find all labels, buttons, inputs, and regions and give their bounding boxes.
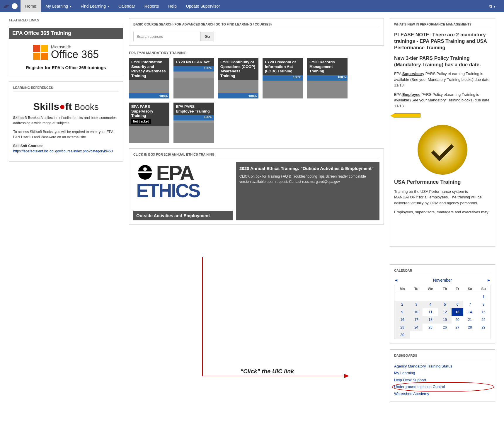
- calendar-day[interactable]: 30: [394, 331, 410, 339]
- bird-icon: [3, 3, 10, 9]
- calendar-day[interactable]: 3: [410, 301, 423, 308]
- calendar-day[interactable]: 6: [452, 301, 464, 308]
- calendar-day: [423, 331, 438, 339]
- whats-new-panel: WHAT'S NEW IN PERFORMANCE MANAGEMENT? PL…: [390, 18, 495, 247]
- calendar-day[interactable]: 17: [410, 316, 423, 324]
- calendar-day[interactable]: 26: [438, 324, 452, 331]
- nav-help[interactable]: Help: [164, 0, 181, 12]
- progress-percent: 100%: [338, 75, 346, 79]
- calendar-day[interactable]: 9: [394, 308, 410, 316]
- office365-card[interactable]: EPA Office 365 Training Microsoft® Offic…: [9, 28, 123, 76]
- epa-icon: [136, 165, 154, 183]
- calendar-day: [423, 293, 438, 301]
- calendar-day: [452, 293, 464, 301]
- calendar-prev[interactable]: ◄: [394, 278, 398, 283]
- tile-title: FY20 No FEAR Act: [173, 58, 214, 66]
- learning-references: LEARNING REFERENCES Skills●ftBooks Skill…: [9, 81, 123, 162]
- calendar-day: [438, 293, 452, 301]
- calendar-day[interactable]: 12: [438, 308, 452, 316]
- training-tile[interactable]: FY20 Records Management Training100%: [307, 58, 348, 98]
- callout-line-v: [202, 257, 203, 376]
- calendar-month: November: [433, 278, 452, 283]
- ethics-panel: CLICK IN BOX FOR 2020 ANNUAL ETHICS TRAI…: [129, 148, 384, 225]
- calendar-day[interactable]: 10: [410, 308, 423, 316]
- training-tile[interactable]: EPA PARS Employee Training100%: [173, 103, 214, 143]
- calendar-day: [410, 293, 423, 301]
- progress-percent: 100%: [248, 94, 257, 98]
- calendar-day[interactable]: 15: [476, 308, 491, 316]
- nav-my-learning[interactable]: My Learning▾: [41, 0, 76, 12]
- calendar-day: [476, 331, 491, 339]
- calendar-day: [438, 331, 452, 339]
- calendar-next[interactable]: ►: [487, 278, 491, 283]
- skillsoft-courses-link[interactable]: https://epafedtalent.ibc.doi.gov/course/…: [13, 149, 113, 153]
- calendar-day[interactable]: 8: [476, 301, 491, 308]
- course-search-panel: BASIC COURSE SEARCH (FOR ADVANCED SEARCH…: [129, 18, 384, 46]
- training-tile[interactable]: FY20 No FEAR Act100%: [173, 58, 214, 98]
- nav-update-supervisor[interactable]: Update Supervisor: [181, 0, 225, 12]
- calendar-day[interactable]: 27: [452, 324, 464, 331]
- ethics-description: 2020 Annual Ethics Training: "Outside Ac…: [236, 162, 379, 220]
- arrow-left-icon: [394, 113, 420, 118]
- nav-calendar[interactable]: Calendar: [114, 0, 140, 12]
- calendar-day[interactable]: 14: [463, 308, 476, 316]
- callout-line-h: [202, 376, 344, 376]
- calendar-day[interactable]: 5: [438, 301, 452, 308]
- calendar-day[interactable]: 21: [463, 316, 476, 324]
- calendar-day[interactable]: 11: [423, 308, 438, 316]
- calendar-day: [463, 331, 476, 339]
- training-tile[interactable]: FY20 Information Security and Privacy Aw…: [129, 58, 169, 98]
- office-icon: [33, 45, 48, 60]
- featured-title: FEATURED LINKS: [9, 18, 123, 22]
- dashboard-link[interactable]: My Learning: [394, 370, 491, 376]
- search-input[interactable]: [133, 32, 201, 41]
- calendar-day[interactable]: 13: [452, 308, 464, 316]
- progress-percent: 100%: [204, 115, 212, 119]
- training-tile[interactable]: FY20 Freedom of Information Act (FOIA) T…: [263, 58, 303, 98]
- chevron-down-icon: ▾: [70, 5, 71, 8]
- calendar-day[interactable]: 16: [394, 316, 410, 324]
- tile-title: FY20 Records Management Training: [307, 58, 348, 75]
- nav-reports[interactable]: Reports: [140, 0, 164, 12]
- calendar-day: [394, 293, 410, 301]
- nav-home[interactable]: Home: [21, 0, 41, 12]
- dashboard-link-uic[interactable]: Underground Injection Control: [394, 383, 491, 390]
- progress-percent: 100%: [159, 94, 168, 98]
- progress-percent: 100%: [204, 66, 212, 70]
- dashboard-link[interactable]: Agency Mandatory Training Status: [394, 363, 491, 370]
- calendar-grid: MoTuWeThFrSaSu 1234567891011121314151617…: [394, 285, 491, 339]
- calendar-day[interactable]: 25: [423, 324, 438, 331]
- calendar-day[interactable]: 28: [463, 324, 476, 331]
- calendar-day[interactable]: 18: [423, 316, 438, 324]
- tile-title: EPA PARS Employee Training: [173, 103, 214, 115]
- calendar-day: [463, 293, 476, 301]
- calendar-day[interactable]: 29: [476, 324, 491, 331]
- calendar-day[interactable]: 24: [410, 324, 423, 331]
- calendar-day[interactable]: 2: [394, 301, 410, 308]
- calendar-day[interactable]: 4: [423, 301, 438, 308]
- tile-title: FY20 Freedom of Information Act (FOIA) T…: [263, 58, 303, 75]
- ethics-training-tile[interactable]: EPA ETHICS Outside Activities and Employ…: [133, 162, 233, 220]
- mandatory-title: EPA FY20 MANDATORY TRAINING: [129, 51, 384, 55]
- calendar-day[interactable]: 20: [452, 316, 464, 324]
- pars-seal-icon: [418, 125, 467, 175]
- training-tile[interactable]: EPA PARS Supervisory TrainingNot tracked: [129, 103, 169, 143]
- callout-text: “Click” the UIC link: [240, 368, 294, 375]
- epa-seal-icon: [12, 3, 18, 9]
- calendar-day[interactable]: 7: [463, 301, 476, 308]
- progress-percent: 100%: [293, 75, 301, 79]
- calendar-day[interactable]: 1: [476, 293, 491, 301]
- dashboards-panel: DASHBOARDS Agency Mandatory Training Sta…: [390, 349, 495, 401]
- settings-menu[interactable]: ✿ ▾: [489, 4, 501, 8]
- callout-arrow-icon: [344, 374, 349, 378]
- tile-title: FY20 Information Security and Privacy Aw…: [129, 58, 169, 80]
- tile-title: FY20 Continuity of Operations (COOP) Awa…: [218, 58, 258, 80]
- app-logo: [3, 3, 21, 9]
- nav-find-learning[interactable]: Find Learning▾: [76, 0, 114, 12]
- calendar-day[interactable]: 22: [476, 316, 491, 324]
- calendar-day[interactable]: 19: [438, 316, 452, 324]
- search-go-button[interactable]: Go: [200, 32, 214, 41]
- top-nav: HomeMy Learning▾Find Learning▾CalendarRe…: [0, 0, 504, 12]
- training-tile[interactable]: FY20 Continuity of Operations (COOP) Awa…: [218, 58, 258, 98]
- calendar-day[interactable]: 23: [394, 324, 410, 331]
